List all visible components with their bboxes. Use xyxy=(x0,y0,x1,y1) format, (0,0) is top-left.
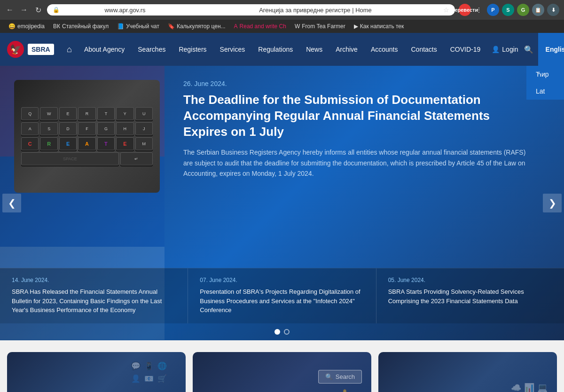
more-button[interactable]: ⋮ xyxy=(474,5,484,15)
nav-contacts[interactable]: Contacts xyxy=(405,33,444,66)
pagination-dots xyxy=(0,323,564,340)
refresh-button[interactable]: ↻ xyxy=(33,5,43,15)
nav-right: 👤 Login 🔍 xyxy=(487,33,538,66)
keyboard-image: Q W E R T Y U A S D F xyxy=(14,80,160,193)
lock-icon: 🔒 xyxy=(53,7,60,13)
extension-icon-1[interactable]: S xyxy=(502,4,514,16)
nav-covid[interactable]: COVID-19 xyxy=(444,33,487,66)
profile-icon[interactable]: P xyxy=(487,4,499,16)
hero-title: The Deadline for the Submission of Docum… xyxy=(183,92,536,140)
nav-accounts[interactable]: Accounts xyxy=(364,33,405,66)
nav-news[interactable]: News xyxy=(299,33,329,66)
bookmark-fromtea[interactable]: W From Tea Farmer xyxy=(291,22,349,31)
news-title-3[interactable]: SBRA Starts Providing Solvency-Related S… xyxy=(388,287,552,306)
news-item-2: 07. June 2024. Presentation of SBRA's Pr… xyxy=(188,268,376,323)
hero-description: The Serbian Business Registers Agency he… xyxy=(183,147,536,179)
bottom-cards: 👆 💬 📱 🌐 👤 📧 🛒 Registers 🔍 xyxy=(0,340,564,392)
news-title-1[interactable]: SBRA Has Released the Financial Statemen… xyxy=(12,287,176,315)
download-icon[interactable]: ⬇ xyxy=(547,4,559,16)
slider-prev-button[interactable]: ❮ xyxy=(2,194,21,212)
bookmark-star-icon[interactable]: ☆ xyxy=(443,6,449,14)
news-title-2[interactable]: Presentation of SBRA's Projects Regardin… xyxy=(200,287,364,315)
page-title-bar: Агенција за привредне регистре | Home xyxy=(190,7,440,14)
card-registers[interactable]: 👆 💬 📱 🌐 👤 📧 🛒 Registers xyxy=(7,352,186,392)
slider-next-button[interactable]: ❯ xyxy=(543,194,562,212)
nav-items: ⌂ About Agency Searches Registers Servic… xyxy=(61,33,487,66)
bookmark-statejnyj[interactable]: ВК Статейный факул xyxy=(49,22,112,31)
nav-registers[interactable]: Registers xyxy=(172,33,213,66)
nav-archive[interactable]: Archive xyxy=(329,33,364,66)
bookmarks-bar: 😀 emojipedia ВК Статейный факул 📘 Учебны… xyxy=(0,20,564,33)
url-text: www.apr.gov.rs xyxy=(63,7,188,14)
browser-chrome: ← → ↻ 🔒 www.apr.gov.rs Агенција за привр… xyxy=(0,0,564,20)
card-services[interactable]: ☁️ 📊 💻 📱 🔗 ⚙️ Services xyxy=(378,352,557,392)
hero-content: Q W E R T Y U A S D F xyxy=(0,66,564,268)
extension-icon-3[interactable]: 📋 xyxy=(532,4,544,16)
address-bar[interactable]: 🔒 www.apr.gov.rs Агенција за привредне р… xyxy=(47,4,455,16)
nav-about-agency[interactable]: About Agency xyxy=(78,33,131,66)
nav-home[interactable]: ⌂ xyxy=(61,33,78,66)
bookmark-uchebnij[interactable]: 📘 Учебный чат xyxy=(113,22,163,31)
nav-services[interactable]: Services xyxy=(213,33,252,66)
hero-slider: Q W E R T Y U A S D F xyxy=(0,66,564,340)
bookmark-readwrite[interactable]: A Read and write Ch xyxy=(230,22,290,31)
news-date-3: 05. June 2024. xyxy=(388,277,552,283)
top-navigation: 🦅 SBRA ⌂ About Agency Searches Registers… xyxy=(0,33,564,66)
news-date-2: 07. June 2024. xyxy=(200,277,364,283)
bookmark-kalkulator[interactable]: 🔖 Калькулятор цен... xyxy=(164,22,229,31)
registers-decoration: 👆 💬 📱 🌐 👤 📧 🛒 xyxy=(83,352,181,392)
card-searches[interactable]: 🔍 Search ☝️ Searches xyxy=(193,352,371,392)
browser-tools: перевести ⋮ P S G 📋 ⬇ xyxy=(459,4,559,16)
nav-regulations[interactable]: Regulations xyxy=(251,33,299,66)
translate-button[interactable]: перевести xyxy=(459,4,471,16)
website: 🦅 SBRA ⌂ About Agency Searches Registers… xyxy=(0,33,564,392)
forward-button[interactable]: → xyxy=(19,5,29,15)
search-icon[interactable]: 🔍 xyxy=(524,45,533,54)
bookmark-kak[interactable]: ▶ Как написать тек xyxy=(350,22,408,31)
sbra-logo: SBRA xyxy=(28,44,54,55)
hero-text-area: 26. June 2024. The Deadline for the Subm… xyxy=(174,66,564,268)
lang-option-cyr[interactable]: Ћир xyxy=(526,66,564,83)
login-button[interactable]: 👤 Login xyxy=(492,46,518,53)
pagination-dot-1[interactable] xyxy=(274,329,280,335)
news-date-1: 14. June 2024. xyxy=(12,277,176,283)
hero-image-area: Q W E R T Y U A S D F xyxy=(0,66,174,268)
user-icon: 👤 xyxy=(492,46,500,53)
news-item-1: 14. June 2024. SBRA Has Released the Fin… xyxy=(0,268,188,323)
pagination-dot-2[interactable] xyxy=(284,329,290,335)
lang-option-lat[interactable]: Lat xyxy=(526,83,564,100)
logo-area: 🦅 SBRA xyxy=(0,33,61,66)
nav-searches[interactable]: Searches xyxy=(131,33,172,66)
extension-icon-2[interactable]: G xyxy=(517,4,529,16)
news-item-3: 05. June 2024. SBRA Starts Providing Sol… xyxy=(376,268,564,323)
hero-date: 26. June 2024. xyxy=(183,80,536,87)
language-dropdown: Ћир Lat xyxy=(526,66,564,100)
bookmark-emojipedia[interactable]: 😀 emojipedia xyxy=(5,22,48,31)
news-strip: 14. June 2024. SBRA Has Released the Fin… xyxy=(0,268,564,323)
coat-of-arms: 🦅 xyxy=(7,41,24,58)
back-button[interactable]: ← xyxy=(5,5,15,15)
language-switcher[interactable]: English ▲ xyxy=(538,33,564,66)
